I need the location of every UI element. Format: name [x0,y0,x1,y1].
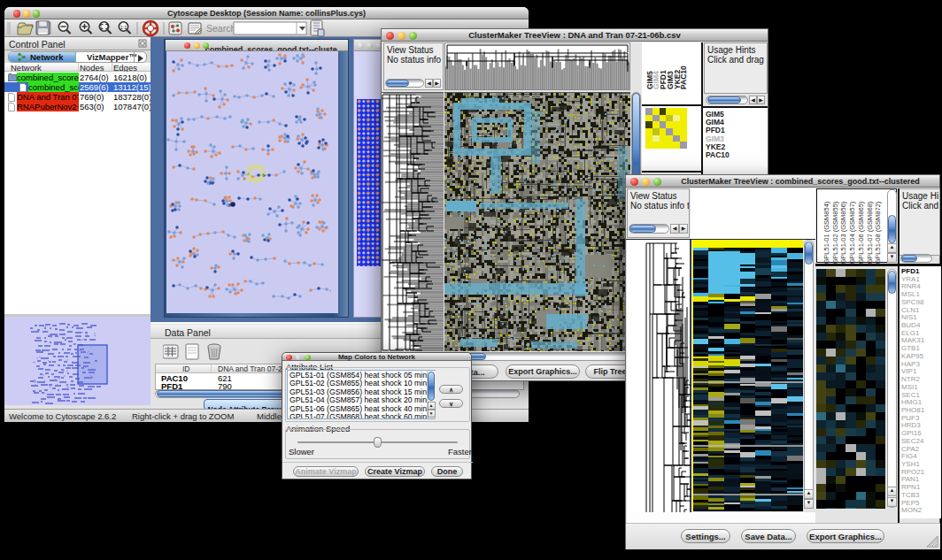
svg-text:1:1: 1:1 [120,25,127,30]
svg-text:PAC10: PAC10 [679,65,688,89]
